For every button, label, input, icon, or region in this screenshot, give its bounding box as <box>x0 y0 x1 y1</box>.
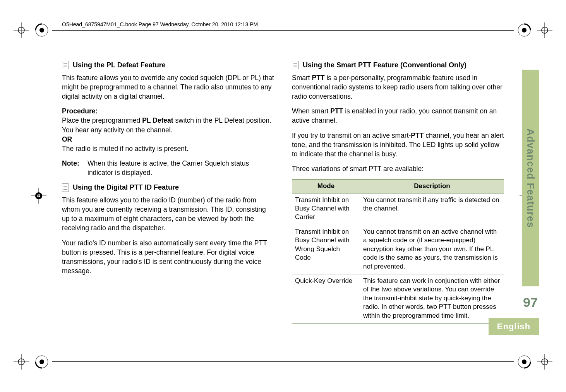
heading-text: Using the Smart PTT Feature (Conventiona… <box>303 60 467 70</box>
paragraph: Three variations of smart PTT are availa… <box>292 164 504 173</box>
svg-point-25 <box>39 359 44 364</box>
table-header-description: Description <box>360 179 504 193</box>
procedure-label: Procedure: <box>62 107 98 115</box>
table-cell-mode: Transmit Inhibit on Busy Channel with Wr… <box>292 225 360 274</box>
sheet-icon <box>62 61 69 69</box>
corner-ornament-icon <box>517 23 531 37</box>
paragraph: When smart PTT is enabled in your radio,… <box>292 106 504 125</box>
document-path-header: O5Head_6875947M01_C.book Page 97 Wednesd… <box>62 21 258 27</box>
page-number: 97 <box>522 289 539 316</box>
svg-point-23 <box>522 28 527 33</box>
procedure-text: Place the preprogrammed PL Defeat switch… <box>62 116 271 134</box>
table-cell-desc: You cannot transmit on an active channel… <box>360 225 504 274</box>
side-tab: Advanced Features <box>522 70 539 286</box>
ptt-modes-table: Mode Description Transmit Inhibit on Bus… <box>292 179 504 324</box>
registration-mark-icon <box>537 354 552 370</box>
sheet-icon <box>62 183 69 192</box>
table-row: Transmit Inhibit on Busy Channel with Ca… <box>292 193 504 225</box>
registration-mark-icon <box>14 22 29 38</box>
paragraph: Your radio's ID number is also automatic… <box>62 238 274 276</box>
section-side-label: Advanced Features <box>525 128 537 228</box>
sheet-icon <box>292 61 299 69</box>
table-row: Quick-Key Override This feature can work… <box>292 274 504 324</box>
procedure-text: The radio is muted if no activity is pre… <box>62 145 189 152</box>
registration-mark-icon <box>537 22 552 38</box>
svg-point-21 <box>39 28 44 33</box>
right-column: Using the Smart PTT Feature (Conventiona… <box>292 56 504 346</box>
paragraph: This feature allows you to override any … <box>62 73 274 101</box>
table-header-mode: Mode <box>292 179 360 193</box>
heading-text: Using the Digital PTT ID Feature <box>73 183 179 192</box>
paragraph: Smart PTT is a per-personality, programm… <box>292 73 504 101</box>
table-row: Transmit Inhibit on Busy Channel with Wr… <box>292 225 504 274</box>
registration-mark-icon <box>31 188 46 204</box>
table-cell-desc: This feature can work in conjunction wit… <box>360 274 504 324</box>
crop-rule <box>52 30 514 31</box>
paragraph: This feature allows you to the radio ID … <box>62 195 274 233</box>
svg-point-27 <box>522 359 527 364</box>
crop-rule <box>52 361 514 362</box>
note-text: When this feature is active, the Carrier… <box>87 159 274 177</box>
section-heading-digital-ptt-id: Using the Digital PTT ID Feature <box>62 183 274 192</box>
note-label: Note: <box>62 159 82 177</box>
language-tab: English <box>489 318 539 335</box>
section-heading-smart-ptt: Using the Smart PTT Feature (Conventiona… <box>292 60 504 70</box>
table-cell-mode: Quick-Key Override <box>292 274 360 324</box>
section-heading-pl-defeat: Using the PL Defeat Feature <box>62 60 274 70</box>
left-column: Using the PL Defeat Feature This feature… <box>62 56 274 346</box>
corner-ornament-icon <box>35 355 49 369</box>
registration-mark-icon <box>14 354 29 370</box>
corner-ornament-icon <box>35 23 49 37</box>
table-cell-desc: You cannot transmit if any traffic is de… <box>360 193 504 225</box>
corner-ornament-icon <box>517 355 531 369</box>
paragraph: If you try to transmit on an active smar… <box>292 131 504 159</box>
table-cell-mode: Transmit Inhibit on Busy Channel with Ca… <box>292 193 360 225</box>
heading-text: Using the PL Defeat Feature <box>73 60 166 70</box>
or-label: OR <box>62 135 72 143</box>
